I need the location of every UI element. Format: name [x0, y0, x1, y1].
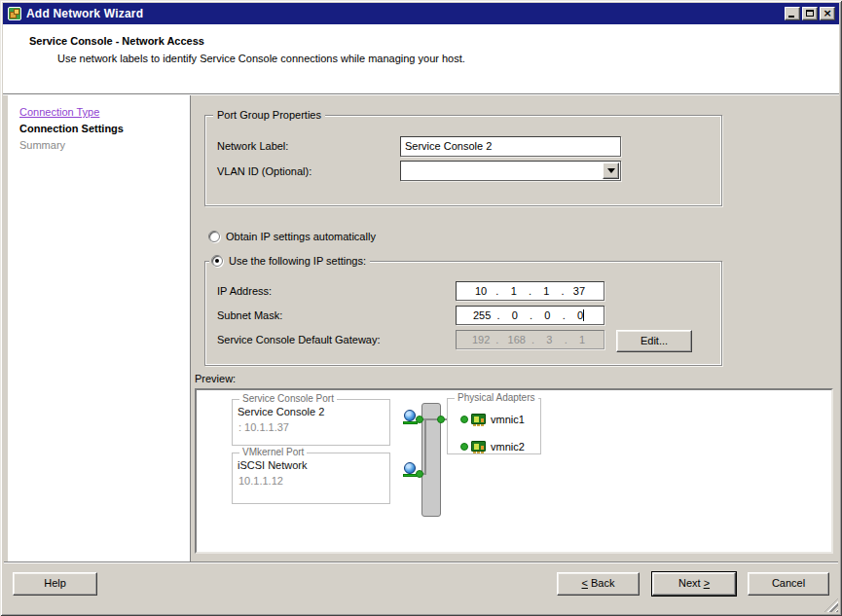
obtain-ip-auto-label[interactable]: Obtain IP settings automatically [226, 231, 376, 242]
gateway-input: 192 . 168 . 3 . 1 [456, 330, 604, 349]
vlan-dropdown-button[interactable] [603, 163, 619, 179]
ip-address-label: IP Address: [217, 285, 272, 297]
maximize-icon [806, 10, 814, 17]
add-network-wizard-dialog: Add Network Wizard × Service Console - N… [0, 0, 842, 616]
obtain-ip-auto-radio[interactable] [208, 231, 220, 242]
subnet-mask-label: Subnet Mask: [217, 309, 282, 321]
resize-grip[interactable] [824, 598, 838, 612]
close-button[interactable]: × [820, 7, 835, 20]
connection-dot [460, 416, 468, 423]
service-console-port-ip: : 10.1.1.37 [238, 421, 289, 433]
ip-address-input[interactable]: 10 . 1 . 1 . 37 [456, 281, 604, 301]
vmkernel-port-name: iSCSI Network [238, 459, 308, 471]
minimize-button[interactable] [785, 7, 800, 20]
network-label-input[interactable]: Service Console 2 [400, 136, 621, 157]
network-label-label: Network Label: [217, 140, 288, 152]
wizard-steps-sidebar: Connection Type Connection Settings Summ… [8, 95, 191, 562]
cancel-button[interactable]: Cancel [748, 572, 829, 596]
subnet-mask-input[interactable]: 255 . 0 . 0 . 0 [456, 306, 604, 325]
footer-divider [4, 562, 838, 563]
maximize-button[interactable] [802, 7, 818, 20]
minimize-icon [788, 16, 794, 18]
next-button[interactable]: Next > [652, 572, 736, 596]
connector-line [424, 419, 426, 475]
text-caret [583, 309, 584, 321]
nic-icon [471, 441, 486, 452]
vlan-id-combobox[interactable] [400, 161, 621, 181]
vmware-app-icon [7, 6, 22, 21]
adapter-label-vmnic1: vmnic1 [491, 414, 525, 425]
sidebar-item-connection-type[interactable]: Connection Type [19, 106, 99, 118]
subnet-mask-value: 255 . 0 . 0 . 0 [473, 309, 583, 321]
connection-dot [416, 416, 423, 423]
wizard-header: Service Console - Network Access Use net… [3, 24, 839, 93]
port-group-properties-groupbox: Port Group Properties Network Label: Ser… [204, 115, 722, 206]
network-preview-panel: Service Console Port Service Console 2 :… [195, 388, 833, 554]
connection-dot [437, 416, 445, 423]
service-console-port-name: Service Console 2 [238, 406, 324, 417]
close-icon: × [821, 7, 834, 19]
page-subtitle: Use network labels to identify Service C… [57, 53, 465, 64]
help-button[interactable]: Help [13, 572, 97, 596]
chevron-down-icon [607, 168, 615, 173]
connection-dot [416, 470, 423, 478]
back-text: Back [588, 577, 615, 589]
service-console-port-legend: Service Console Port [239, 393, 337, 404]
physical-adapters-legend: Physical Adapters [455, 392, 538, 403]
vmkernel-port-legend: VMkernel Port [239, 447, 307, 457]
window-title: Add Network Wizard [26, 7, 783, 20]
nic-icon [471, 414, 486, 424]
sidebar-item-summary: Summary [19, 137, 190, 154]
edit-gateway-button[interactable]: Edit... [616, 330, 692, 352]
use-following-ip-label[interactable]: Use the following IP settings: [229, 255, 366, 267]
sidebar-item-connection-settings: Connection Settings [19, 121, 190, 137]
connection-dot [460, 443, 468, 451]
port-group-properties-legend: Port Group Properties [213, 109, 325, 121]
next-accel: > [704, 577, 710, 589]
title-bar[interactable]: Add Network Wizard × [3, 3, 839, 24]
vmkernel-port-ip: 10.1.1.12 [238, 475, 283, 487]
vlan-id-label: VLAN ID (Optional): [217, 165, 311, 177]
preview-label: Preview: [195, 373, 236, 384]
service-console-port-box: Service Console Port Service Console 2 :… [232, 399, 390, 446]
use-following-ip-radio[interactable] [211, 255, 223, 267]
page-title: Service Console - Network Access [29, 35, 204, 47]
adapter-label-vmnic2: vmnic2 [491, 441, 525, 453]
next-text: Next [678, 577, 704, 589]
gateway-label: Service Console Default Gateway: [217, 334, 381, 345]
back-button[interactable]: < Back [557, 572, 640, 596]
use-following-ip-legend: Use the following IP settings: [209, 255, 370, 267]
vmkernel-port-box: VMkernel Port iSCSI Network 10.1.1.12 [232, 453, 390, 504]
use-following-ip-groupbox: Use the following IP settings: IP Addres… [204, 261, 722, 366]
